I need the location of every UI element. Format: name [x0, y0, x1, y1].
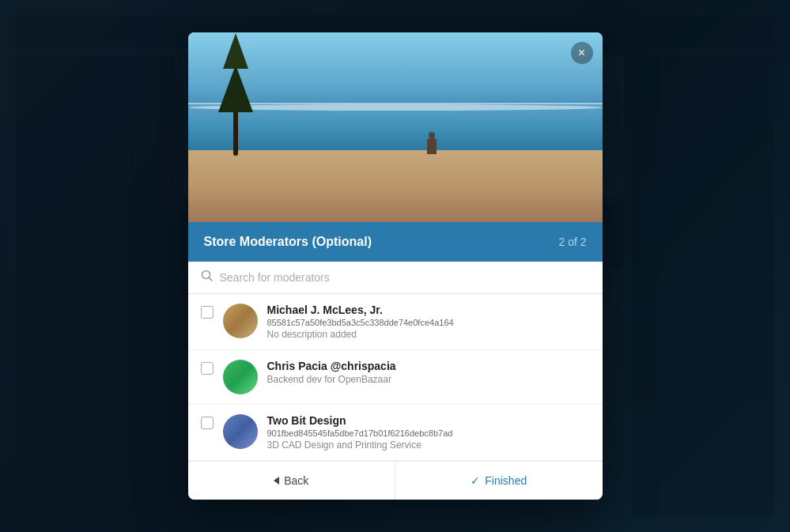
- avatar: [223, 360, 258, 394]
- user-checkbox-chris[interactable]: [201, 362, 214, 375]
- list-item[interactable]: Two Bit Design 901fbed845545fa5dbe7d17b0…: [188, 405, 603, 461]
- avatar: [223, 414, 258, 449]
- modal-hero-image: ×: [188, 32, 603, 222]
- finished-button[interactable]: ✓ Finished: [395, 462, 603, 500]
- modal-title: Store Moderators (Optional): [204, 235, 372, 249]
- sand-layer: [188, 150, 603, 222]
- modal-backdrop: × Store Moderators (Optional) 2 of 2: [0, 0, 790, 532]
- user-description: 3D CAD Design and Printing Service: [267, 440, 590, 451]
- chevron-left-icon: [274, 477, 279, 485]
- user-hash: 85581c57a50fe3bd5a3c5c338dde74e0fce4a164: [267, 318, 590, 327]
- modal-step: 2 of 2: [558, 236, 586, 248]
- user-name: Michael J. McLees, Jr.: [267, 304, 590, 316]
- user-list: Michael J. McLees, Jr. 85581c57a50fe3bd5…: [188, 294, 603, 461]
- tree-left: [212, 53, 259, 156]
- user-hash: 901fbed845545fa5dbe7d17b01f6216debc8b7ad: [267, 428, 590, 438]
- list-item[interactable]: Chris Pacia @chrispacia Backend dev for …: [188, 350, 603, 405]
- modal-footer: Back ✓ Finished: [188, 461, 603, 500]
- finished-label: Finished: [485, 474, 527, 487]
- modal-header: Store Moderators (Optional) 2 of 2: [188, 222, 603, 262]
- back-label: Back: [284, 474, 308, 487]
- user-name: Chris Pacia @chrispacia: [267, 360, 590, 372]
- svg-line-1: [209, 278, 212, 281]
- user-checkbox-twobit[interactable]: [201, 417, 214, 429]
- user-info: Chris Pacia @chrispacia Backend dev for …: [267, 360, 590, 385]
- avatar: [223, 304, 258, 338]
- user-name: Two Bit Design: [267, 414, 590, 427]
- user-info: Michael J. McLees, Jr. 85581c57a50fe3bd5…: [267, 304, 590, 340]
- person-silhouette: [427, 138, 437, 154]
- checkmark-icon: ✓: [471, 474, 480, 487]
- search-input[interactable]: [220, 271, 590, 284]
- close-button[interactable]: ×: [571, 42, 593, 64]
- user-description: Backend dev for OpenBazaar: [267, 374, 590, 385]
- close-icon: ×: [578, 47, 585, 59]
- user-info: Two Bit Design 901fbed845545fa5dbe7d17b0…: [267, 414, 590, 451]
- search-icon: [201, 270, 214, 285]
- person-head: [429, 132, 435, 138]
- user-checkbox-michael[interactable]: [201, 306, 214, 319]
- user-description: No description added: [267, 329, 590, 340]
- search-bar: [188, 262, 603, 294]
- list-item[interactable]: Michael J. McLees, Jr. 85581c57a50fe3bd5…: [188, 294, 603, 350]
- modal-dialog: × Store Moderators (Optional) 2 of 2: [188, 32, 603, 500]
- back-button[interactable]: Back: [188, 462, 396, 500]
